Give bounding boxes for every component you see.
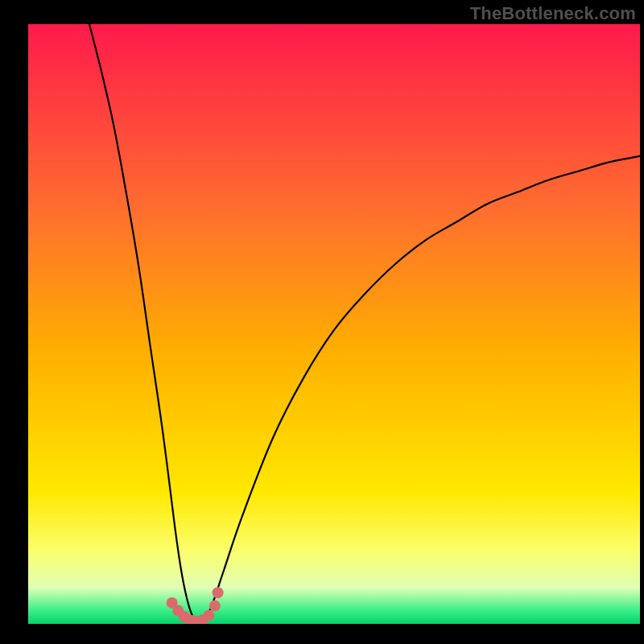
bottleneck-chart-svg (28, 24, 640, 624)
sweet-spot-marker (213, 587, 224, 598)
chart-frame: TheBottleneck.com (0, 0, 644, 644)
watermark-text: TheBottleneck.com (470, 3, 636, 24)
sweet-spot-marker (203, 610, 214, 621)
sweet-spot-marker (209, 601, 221, 612)
gradient-background (28, 24, 640, 624)
plot-area (28, 24, 640, 624)
